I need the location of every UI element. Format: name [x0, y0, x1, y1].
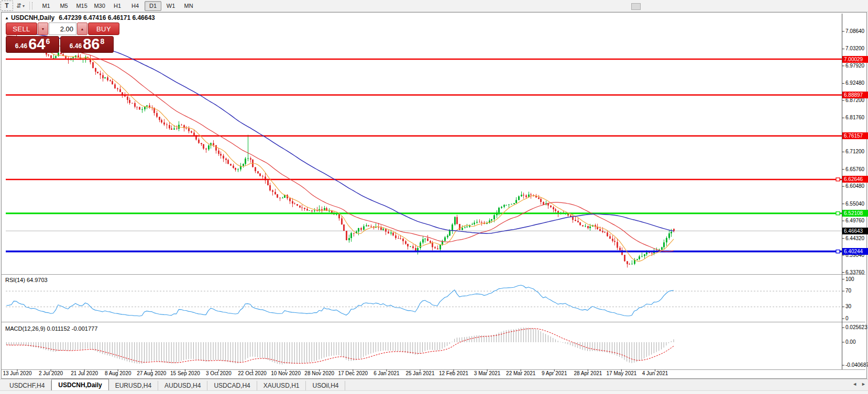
up-candle-bodies	[8, 37, 672, 264]
timeframe-button-m5[interactable]: M5	[56, 1, 72, 11]
chevron-down-icon: ▾	[23, 4, 25, 8]
macd-histogram	[6, 328, 674, 365]
date-label: 25 Jan 2021	[405, 370, 434, 376]
chart-window: ▲USDCNH,Daily6.47239 6.47416 6.46171 6.4…	[1, 12, 867, 379]
chart-tabs: USDCHF,H4USDCNH,DailyEURUSD,H4AUDUSD,H4U…	[0, 379, 345, 390]
spin-down-icon: ▼	[41, 27, 45, 31]
macd-label: MACD(12,26,9) 0.011152 -0.001777	[5, 325, 97, 332]
sell-price-sup: 6	[46, 37, 50, 46]
trading-platform: T ⇵ ▾ M1M5M15M30H1H4D1W1MN ▲USDCNH,Daily…	[0, 0, 868, 394]
date-label: 28 Nov 2020	[304, 370, 334, 376]
chart-tab-usoil-h4[interactable]: USOil,H4	[306, 381, 345, 390]
timeframe-button-h1[interactable]: H1	[109, 1, 126, 11]
ma-fast-line	[6, 37, 674, 262]
buy-price-sup: 8	[100, 37, 104, 46]
text-tool-button[interactable]: T	[1, 1, 13, 11]
date-label: 4 Jun 2021	[642, 370, 668, 376]
volume-increase-button[interactable]: ▲	[77, 22, 87, 35]
date-label: 22 Mar 2021	[506, 370, 535, 376]
date-label: 13 Jun 2020	[3, 370, 31, 376]
top-toolbar: T ⇵ ▾ M1M5M15M30H1H4D1W1MN	[0, 0, 868, 12]
text-tool-label: T	[5, 2, 8, 9]
line-handle[interactable]	[836, 250, 840, 253]
date-label: 15 Sep 2020	[170, 370, 200, 376]
macd-signal-line	[6, 329, 674, 364]
timeframe-button-w1[interactable]: W1	[162, 1, 179, 11]
date-label: 17 May 2021	[607, 370, 637, 376]
chart-symbol-label: USDCNH,Daily	[11, 14, 54, 21]
chart-tab-bar: USDCHF,H4USDCNH,DailyEURUSD,H4AUDUSD,H4U…	[0, 379, 868, 390]
ma-slow-line	[6, 30, 674, 233]
down-candle-bodies	[6, 37, 675, 265]
collapse-triangle-icon[interactable]: ▲	[5, 16, 9, 20]
timeframe-button-h4[interactable]: H4	[127, 1, 144, 11]
one-click-trading-panel: SELL ▼ ▲ BUY 6.46 64 6 6.46 86	[6, 22, 114, 53]
chart-tab-eurusd-h4[interactable]: EURUSD,H4	[109, 381, 158, 390]
spin-up-icon: ▲	[81, 27, 84, 31]
status-bar	[0, 390, 868, 394]
date-label: 21 Jul 2020	[71, 370, 98, 376]
date-label: 28 Apr 2021	[574, 370, 602, 376]
date-label: 17 Dec 2020	[338, 370, 368, 376]
date-label: 8 Aug 2020	[105, 370, 131, 376]
buy-button[interactable]: BUY	[88, 22, 119, 35]
volume-decrease-button[interactable]: ▼	[38, 22, 48, 35]
date-label: 12 Feb 2021	[439, 370, 468, 376]
chart-ohlc-values: 6.47239 6.47416 6.46171 6.46643	[59, 14, 155, 21]
chart-tab-audusd-h4[interactable]: AUDUSD,H4	[158, 381, 207, 390]
chart-tab-xauusd-h1[interactable]: XAUUSD,H1	[257, 381, 306, 390]
tab-navigation: ◄ ►	[852, 381, 866, 387]
chart-tab-usdchf-h4[interactable]: USDCHF,H4	[3, 381, 51, 390]
tab-scroll-left[interactable]: ◄	[852, 381, 857, 387]
date-label: 6 Jan 2021	[373, 370, 400, 376]
buy-price-big: 86	[83, 37, 100, 52]
date-label: 9 Apr 2021	[542, 370, 567, 376]
down-candle-wicks	[7, 34, 674, 267]
toolbar-handle[interactable]	[631, 3, 641, 10]
sell-price-big: 64	[28, 37, 45, 52]
chart-title: ▲USDCNH,Daily6.47239 6.47416 6.46171 6.4…	[5, 14, 155, 21]
buy-price-display[interactable]: 6.46 86 8	[60, 36, 114, 53]
toolbar-separator	[29, 2, 30, 10]
date-label: 2 Jul 2020	[39, 370, 63, 376]
rsi-line	[6, 285, 674, 316]
timeframe-toolbar: M1M5M15M30H1H4D1W1MN	[37, 1, 197, 11]
toolbar-grip	[32, 2, 34, 9]
chart-tab-usdcad-h4[interactable]: USDCAD,H4	[207, 381, 257, 390]
volume-input[interactable]	[49, 22, 76, 35]
date-axis[interactable]: 13 Jun 20202 Jul 202021 Jul 20208 Aug 20…	[2, 370, 842, 377]
timeframe-button-m1[interactable]: M1	[38, 1, 54, 11]
line-handle[interactable]	[836, 212, 840, 215]
timeframe-button-m30[interactable]: M30	[91, 1, 108, 11]
buy-price-small: 6.46	[70, 42, 82, 50]
timeframe-button-m15[interactable]: M15	[73, 1, 90, 11]
arrows-icon: ⇵	[16, 2, 21, 9]
date-label: 10 Nov 2020	[271, 370, 301, 376]
tab-scroll-right[interactable]: ►	[861, 381, 866, 387]
line-handle[interactable]	[836, 178, 840, 181]
date-label: 3 Oct 2020	[206, 370, 232, 376]
sell-price-small: 6.46	[15, 42, 27, 50]
date-label: 27 Aug 2020	[137, 370, 166, 376]
rsi-label: RSI(14) 64.9703	[5, 277, 48, 283]
date-label: 3 Mar 2021	[474, 370, 501, 376]
chart-tab-usdcnh-daily[interactable]: USDCNH,Daily	[51, 379, 108, 390]
date-label: 22 Oct 2020	[238, 370, 266, 376]
sell-button[interactable]: SELL	[6, 22, 37, 35]
chart-plot[interactable]	[2, 13, 865, 377]
sell-price-display[interactable]: 6.46 64 6	[6, 36, 59, 53]
chart-tools-button[interactable]: ⇵ ▾	[14, 1, 27, 11]
timeframe-button-d1[interactable]: D1	[145, 1, 161, 11]
timeframe-button-mn[interactable]: MN	[180, 1, 197, 11]
